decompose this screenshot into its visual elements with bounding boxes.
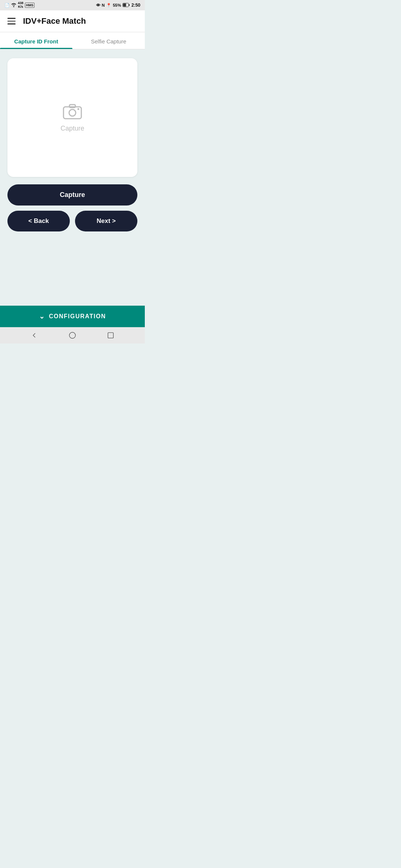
hamburger-menu-button[interactable] <box>7 18 16 24</box>
content-spacer <box>0 231 145 306</box>
wifi-icon <box>11 3 16 8</box>
capture-container: Capture <box>0 49 145 184</box>
svg-rect-5 <box>69 105 75 108</box>
main-content: Capture ID Front Selfie Capture Capture … <box>0 32 145 306</box>
time: 2:50 <box>131 3 140 8</box>
configuration-label: CONFIGURATION <box>49 313 106 320</box>
camera-icon <box>63 103 82 119</box>
battery-percent: 55% <box>113 3 121 7</box>
nav-home-button[interactable] <box>67 330 78 341</box>
svg-point-4 <box>69 109 76 116</box>
svg-rect-8 <box>108 333 114 338</box>
svg-rect-1 <box>123 3 126 6</box>
status-bar: 📄 438K/s HMS 👁 N 📍 55% 2:50 <box>0 0 145 10</box>
nav-home-icon <box>68 331 76 339</box>
nfc-icon: N <box>102 3 105 7</box>
file-icon: 📄 <box>4 3 10 8</box>
app-header: IDV+Face Match <box>0 10 145 32</box>
hms-badge: HMS <box>25 3 35 8</box>
svg-point-6 <box>78 108 79 110</box>
back-button[interactable]: < Back <box>7 211 70 231</box>
svg-point-7 <box>69 332 76 339</box>
status-left: 📄 438K/s HMS <box>4 1 35 9</box>
tab-selfie-capture[interactable]: Selfie Capture <box>72 32 145 49</box>
bottom-navigation <box>0 327 145 343</box>
tabs-container: Capture ID Front Selfie Capture <box>0 32 145 49</box>
hamburger-line-1 <box>7 18 16 19</box>
location-icon: 📍 <box>106 3 111 8</box>
nav-back-icon <box>30 331 38 339</box>
nav-recent-icon <box>107 331 115 339</box>
capture-placeholder-label: Capture <box>61 125 84 132</box>
page-title: IDV+Face Match <box>23 16 86 26</box>
back-next-row: < Back Next > <box>7 211 137 231</box>
hamburger-line-3 <box>7 23 16 24</box>
hamburger-line-2 <box>7 21 16 22</box>
nav-back-button[interactable] <box>29 330 40 341</box>
capture-image-box[interactable]: Capture <box>7 58 137 177</box>
eye-icon: 👁 <box>96 3 100 7</box>
speed-text: 438K/s <box>18 1 23 9</box>
status-right: 👁 N 📍 55% 2:50 <box>96 3 140 8</box>
capture-button[interactable]: Capture <box>7 184 137 206</box>
tab-capture-id-front[interactable]: Capture ID Front <box>0 32 72 49</box>
next-button[interactable]: Next > <box>75 211 137 231</box>
battery-icon <box>123 3 130 8</box>
svg-rect-2 <box>129 4 130 6</box>
chevron-down-icon: ⌄ <box>39 312 45 320</box>
configuration-bar[interactable]: ⌄ CONFIGURATION <box>0 306 145 327</box>
nav-recent-button[interactable] <box>105 330 116 341</box>
buttons-container: Capture < Back Next > <box>0 184 145 231</box>
